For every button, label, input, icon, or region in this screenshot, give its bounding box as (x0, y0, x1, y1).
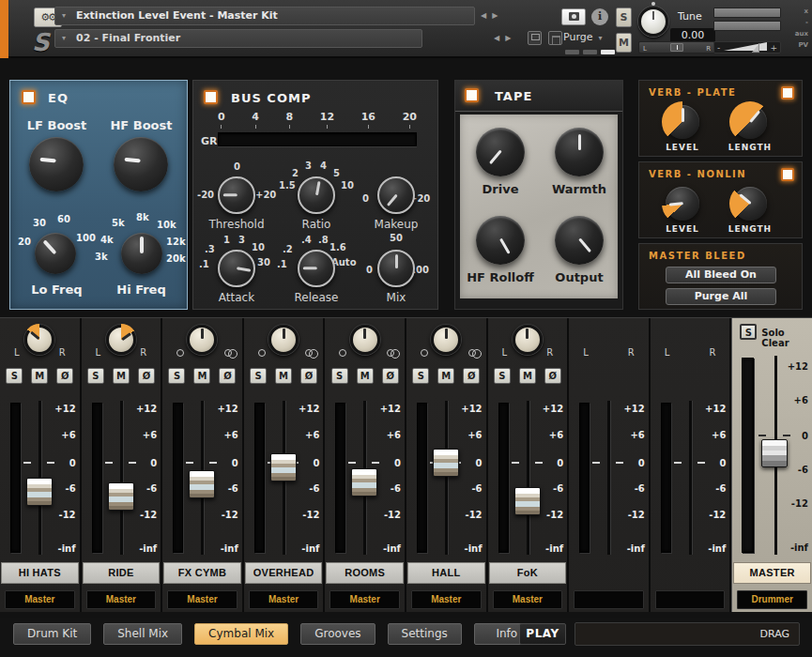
midi-drag-zone[interactable]: DRAG (575, 622, 800, 646)
solo-button[interactable]: S (412, 368, 429, 384)
mute-button[interactable]: M (437, 368, 454, 384)
tab-grooves[interactable]: Grooves (300, 623, 375, 645)
fader-handle[interactable] (26, 478, 53, 506)
tab-settings[interactable]: Settings (388, 623, 462, 645)
tape-enable-checkbox[interactable] (465, 88, 479, 102)
threshold-knob[interactable] (218, 176, 255, 214)
fader-track[interactable] (120, 401, 123, 555)
pan-knob[interactable] (513, 325, 543, 355)
hf-rolloff-knob[interactable] (476, 216, 525, 265)
purge-all-button[interactable]: Purge All (666, 288, 776, 305)
phase-button[interactable]: Ø (300, 368, 317, 384)
mix-knob[interactable] (377, 250, 415, 287)
save-icon[interactable] (528, 31, 542, 45)
play-button[interactable]: PLAY (519, 623, 566, 645)
instrument-title-bar[interactable]: ▾ Extinction Level Event - Master Kit (54, 7, 475, 25)
phase-button[interactable]: Ø (56, 368, 73, 384)
solo-clear-button[interactable]: S (740, 324, 757, 340)
solo-clear-label[interactable]: Solo Clear (761, 328, 812, 348)
pan-knob[interactable] (350, 325, 380, 355)
pan-knob[interactable] (431, 325, 461, 355)
pan-knob[interactable] (24, 325, 54, 355)
all-bleed-on-button[interactable]: All Bleed On (666, 267, 776, 283)
phase-button[interactable]: Ø (138, 368, 155, 384)
channel-route-selector[interactable]: Master (329, 590, 400, 609)
verb-plate-length-knob[interactable] (733, 105, 767, 139)
info-icon[interactable]: i (591, 8, 608, 25)
mute-button[interactable]: M (31, 368, 48, 384)
tab-drum-kit[interactable]: Drum Kit (13, 623, 91, 645)
pan-knob[interactable] (106, 325, 136, 355)
mute-button[interactable]: M (193, 368, 210, 384)
channel-route-selector[interactable]: Master (86, 590, 157, 609)
pan-slider[interactable]: L R (638, 41, 715, 53)
master-fader-handle[interactable] (761, 439, 788, 467)
fader-handle[interactable] (189, 470, 215, 498)
verb-nonlin-enable-checkbox[interactable] (781, 168, 794, 181)
volume-plus[interactable]: + (770, 43, 777, 53)
phase-button[interactable]: Ø (219, 368, 236, 384)
verb-plate-level-knob[interactable] (666, 105, 699, 139)
tab-shell-mix[interactable]: Shell Mix (103, 623, 182, 645)
channel-route-selector[interactable]: Master (411, 590, 482, 609)
purge-menu[interactable]: Purge▾ (563, 31, 603, 43)
solo-button[interactable]: S (616, 8, 632, 27)
fader-handle[interactable] (108, 482, 134, 511)
drive-knob[interactable] (476, 128, 525, 176)
solo-button[interactable]: S (6, 368, 23, 384)
verb-nonlin-level-knob[interactable] (666, 187, 699, 221)
channel-route-selector[interactable]: Master (167, 590, 237, 609)
tab-cymbal-mix[interactable]: Cymbal Mix (194, 623, 288, 645)
verb-plate-enable-checkbox[interactable] (781, 86, 794, 99)
pan-grip[interactable] (670, 43, 683, 52)
solo-button[interactable]: S (331, 368, 348, 384)
instrument-nav-arrows[interactable]: ◀▶ (481, 11, 503, 20)
mute-button[interactable]: M (275, 368, 292, 384)
fader-handle[interactable] (514, 487, 541, 515)
channel-route-selector[interactable]: Master (5, 590, 75, 609)
pan-knob[interactable] (268, 325, 299, 355)
solo-button[interactable]: S (168, 368, 185, 384)
master-route-selector[interactable]: Drummer (737, 590, 807, 609)
lo-freq-knob[interactable] (35, 233, 76, 274)
fader-handle[interactable] (351, 468, 377, 497)
fader-track[interactable] (527, 401, 529, 555)
bus-comp-enable-checkbox[interactable] (204, 90, 218, 104)
pan-knob[interactable] (187, 325, 217, 355)
delete-icon[interactable] (548, 31, 562, 45)
phase-button[interactable]: Ø (544, 368, 561, 384)
mute-button[interactable]: M (519, 368, 536, 384)
verb-nonlin-length-knob[interactable] (733, 187, 767, 221)
solo-button[interactable]: S (250, 368, 267, 384)
makeup-knob[interactable] (377, 176, 415, 214)
fader-handle[interactable] (270, 453, 297, 481)
solo-button[interactable]: S (87, 368, 104, 384)
fader-handle[interactable] (433, 449, 459, 477)
phase-button[interactable]: Ø (463, 368, 480, 384)
lf-boost-knob[interactable] (29, 137, 84, 191)
mute-button[interactable]: M (616, 33, 632, 53)
ratio-knob[interactable] (298, 176, 335, 214)
phase-button[interactable]: Ø (382, 368, 399, 384)
fader-track[interactable] (445, 401, 448, 555)
output-knob[interactable] (555, 216, 604, 265)
channel-route-selector[interactable]: Master (249, 590, 319, 609)
hf-boost-knob[interactable] (114, 137, 168, 191)
channel-route-selector[interactable]: Master (493, 590, 563, 609)
attack-knob[interactable] (218, 250, 255, 287)
solo-button[interactable]: S (494, 368, 511, 384)
snapshot-bar[interactable]: ▾ 02 - Final Frontier (54, 29, 422, 48)
hi-freq-knob[interactable] (121, 233, 162, 274)
mute-button[interactable]: M (357, 368, 374, 384)
warmth-knob[interactable] (555, 128, 604, 176)
release-knob[interactable] (298, 250, 335, 287)
channel-route-selector[interactable] (574, 590, 644, 609)
eq-enable-checkbox[interactable] (22, 90, 36, 104)
mute-button[interactable]: M (113, 368, 130, 384)
volume-minus[interactable]: - (717, 43, 720, 53)
snapshot-camera-button[interactable] (561, 8, 586, 25)
channel-route-selector[interactable] (655, 590, 726, 609)
volume-slider[interactable]: - + (713, 41, 781, 53)
snapshot-nav-arrows[interactable]: ◀▶ (494, 34, 516, 42)
tune-knob[interactable] (638, 7, 668, 37)
